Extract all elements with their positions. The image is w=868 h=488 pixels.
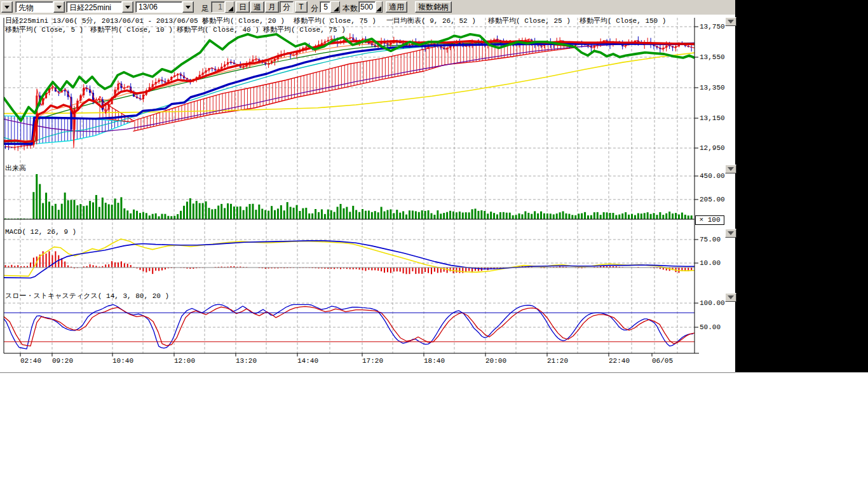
volume-tick-label: 450.00: [700, 172, 725, 180]
macd-panel-label: MACD( 12, 26, 9 ): [5, 228, 76, 236]
volume-panel-label: 出来高: [5, 163, 26, 173]
time-axis-label: 02:40: [20, 357, 41, 365]
legend-row-2: 移動平均( Close, 5 )移動平均( Close, 10 )移動平均( C…: [0, 25, 693, 33]
time-axis-label: 12:00: [174, 357, 195, 365]
macd-tick-label: 75.00: [700, 236, 721, 243]
legend-item: 移動平均( Close, 25 ): [488, 16, 571, 25]
legend-item: 移動平均( Close, 10 ): [90, 25, 173, 34]
time-axis-label: 18:40: [424, 357, 445, 365]
desktop-background: [735, 0, 868, 372]
chart-svg: [0, 0, 735, 372]
chart-canvas[interactable]: 日経225mini 13/06( 5分, 2013/06/01 - 2013/0…: [0, 15, 735, 372]
price-tick-label: 12,950: [700, 144, 725, 152]
chevron-down-icon: [728, 231, 734, 235]
time-axis-label: 13:20: [236, 357, 257, 365]
time-axis-label: 09:20: [52, 357, 73, 365]
price-tick-label: 13,750: [700, 23, 725, 30]
price-tick-label: 13,150: [700, 114, 725, 122]
chevron-down-icon: [728, 167, 734, 171]
chart-application-window: 先物 日経225mini 13/06 足 1 日 週 月 分 T 分: [0, 0, 735, 373]
stoch-panel-label: スロー・ストキャスティクス( 14, 3, 80, 20 ): [5, 291, 169, 301]
price-tick-label: 13,550: [700, 53, 725, 61]
time-axis-label: 20:00: [485, 357, 506, 365]
legend-row-1: 日経225mini 13/06( 5分, 2013/06/01 - 2013/0…: [0, 16, 693, 24]
stoch-tick-label: 100.00: [700, 299, 725, 307]
chevron-down-icon: [728, 295, 734, 299]
volume-panel-collapse-button[interactable]: [725, 165, 736, 173]
macd-panel-collapse-button[interactable]: [725, 229, 736, 238]
time-axis-label: 06/05: [652, 357, 673, 365]
time-axis-label: 22:40: [609, 357, 630, 365]
legend-item: 移動平均( Close, 5 ): [5, 25, 83, 34]
price-tick-label: 13,350: [700, 84, 725, 92]
legend-item: 一目均衡表( 9, 26, 52 ): [386, 16, 476, 25]
legend-item: 移動平均( Close, 150 ): [580, 16, 666, 25]
stoch-tick-label: 50.00: [700, 323, 721, 331]
volume-multiplier-box: × 100: [695, 215, 724, 225]
desktop: 先物 日経225mini 13/06 足 1 日 週 月 分 T 分: [0, 0, 868, 488]
legend-item: 移動平均( Close, 20 ): [202, 16, 285, 25]
macd-tick-label: 10.00: [700, 259, 721, 267]
chevron-down-icon: [728, 20, 734, 24]
legend-item: 日経225mini 13/06( 5分, 2013/06/01 - 2013/0…: [5, 16, 207, 25]
time-axis-label: 10:40: [112, 357, 133, 365]
legend-item: 移動平均( Close, 40 ): [177, 25, 259, 34]
price-panel-collapse-button[interactable]: [725, 17, 736, 26]
stoch-panel-collapse-button[interactable]: [725, 293, 736, 302]
legend-item: 移動平均( Close, 75 ): [263, 25, 346, 34]
time-axis-label: 21:20: [547, 357, 568, 365]
volume-tick-label: 205.00: [700, 196, 725, 203]
legend-item: 移動平均( Close, 75 ): [294, 16, 376, 25]
time-axis-label: 17:20: [362, 357, 383, 365]
time-axis-label: 14:40: [297, 357, 318, 365]
